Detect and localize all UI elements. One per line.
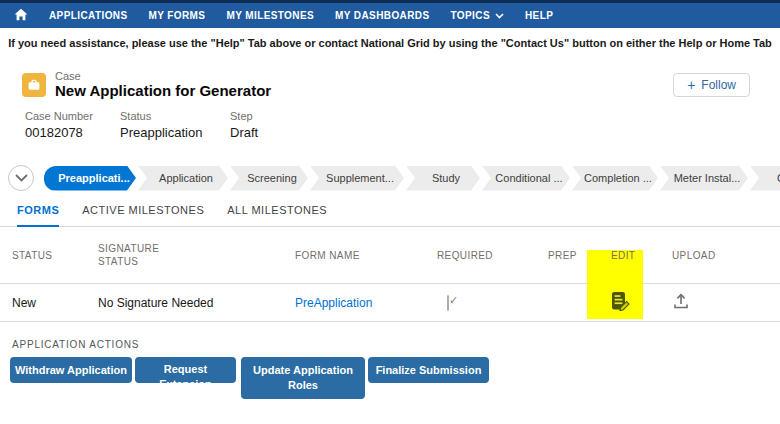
stage-preapplication[interactable]: Preapplicati... — [44, 166, 136, 191]
withdraw-application-button[interactable]: Withdraw Application — [10, 357, 132, 383]
application-actions: Withdraw Application Request Extension U… — [10, 357, 780, 399]
tab-forms[interactable]: FORMS — [17, 204, 59, 227]
case-icon — [22, 73, 46, 97]
stage-supplemental[interactable]: Supplement... — [310, 166, 404, 191]
case-titles: Case New Application for Generator — [55, 70, 271, 99]
stage-label: Study — [432, 172, 460, 184]
table-row: New No Signature Needed PreApplication — [0, 284, 780, 322]
tab-active-milestones[interactable]: ACTIVE MILESTONES — [82, 204, 204, 226]
required-checkbox[interactable] — [447, 295, 449, 311]
plus-icon: + — [687, 78, 695, 92]
column-header-required: REQUIRED — [437, 249, 548, 262]
stage-path: Preapplicati... Application Screening Su… — [0, 165, 780, 191]
update-application-roles-button[interactable]: Update Application Roles — [241, 357, 365, 399]
nav-item-my-forms[interactable]: MY FORMS — [149, 10, 206, 21]
field-value: 00182078 — [25, 125, 120, 140]
field-case-number: Case Number 00182078 — [25, 110, 120, 140]
follow-button[interactable]: + Follow — [673, 73, 750, 97]
stage-label: Completion ... — [584, 172, 652, 184]
path-collapse-button[interactable] — [8, 165, 34, 191]
nav-item-my-milestones[interactable]: MY MILESTONES — [226, 10, 314, 21]
cell-status: New — [12, 296, 98, 310]
edit-form-icon[interactable] — [611, 291, 630, 311]
entity-label: Case — [55, 70, 271, 82]
assistance-banner-text: If you need assistance, please use the "… — [8, 37, 772, 49]
field-label: Step — [230, 110, 258, 122]
stage-completion[interactable]: Completion ... — [572, 166, 658, 191]
stage-label: Conditional ... — [495, 172, 562, 184]
nav-label: MY FORMS — [149, 10, 206, 21]
nav-item-applications[interactable]: APPLICATIONS — [49, 10, 128, 21]
cell-signature-status: No Signature Needed — [98, 296, 295, 310]
tab-bar: FORMS ACTIVE MILESTONES ALL MILESTONES — [0, 204, 780, 227]
stage-application[interactable]: Application — [138, 166, 228, 191]
field-label: Status — [120, 110, 230, 122]
follow-button-label: Follow — [701, 78, 736, 92]
column-header-prep: PREP — [548, 249, 604, 262]
request-extension-button[interactable]: Request Extension — [135, 357, 236, 383]
tab-all-milestones[interactable]: ALL MILESTONES — [227, 204, 327, 226]
table-header-row: STATUS SIGNATURE STATUS FORM NAME REQUIR… — [0, 227, 780, 284]
nav-label: HELP — [525, 10, 553, 21]
stage-screening[interactable]: Screening — [230, 166, 308, 191]
field-value: Preapplication — [120, 125, 230, 140]
finalize-submission-button[interactable]: Finalize Submission — [368, 357, 489, 383]
column-header-status: STATUS — [12, 249, 98, 262]
nav-label: MY MILESTONES — [226, 10, 314, 21]
application-actions-heading: APPLICATION ACTIONS — [12, 339, 780, 350]
column-header-upload: UPLOAD — [672, 249, 780, 262]
stage-meter-install[interactable]: Meter Instal... — [660, 166, 748, 191]
cell-edit — [604, 291, 672, 314]
stage-label: Screening — [247, 172, 297, 184]
chevron-down-icon — [495, 10, 504, 21]
forms-table: STATUS SIGNATURE STATUS FORM NAME REQUIR… — [0, 227, 780, 322]
nav-item-my-dashboards[interactable]: MY DASHBOARDS — [335, 10, 429, 21]
home-tab[interactable] — [14, 7, 28, 25]
nav-item-help[interactable]: HELP — [525, 10, 553, 21]
field-label: Case Number — [25, 110, 120, 122]
stage-connected[interactable]: Connecte — [750, 166, 780, 191]
nav-label: APPLICATIONS — [49, 10, 128, 21]
path-stages: Preapplicati... Application Screening Su… — [44, 166, 780, 191]
column-header-signature-status: SIGNATURE STATUS — [98, 242, 170, 268]
stage-conditional[interactable]: Conditional ... — [482, 166, 570, 191]
nav-label: TOPICS — [451, 10, 490, 21]
stage-study[interactable]: Study — [406, 166, 480, 191]
nav-label: MY DASHBOARDS — [335, 10, 429, 21]
page-title: New Application for Generator — [55, 82, 271, 99]
stage-label: Application — [159, 172, 213, 184]
stage-label: Preapplicati... — [58, 172, 130, 184]
assistance-banner: If you need assistance, please use the "… — [0, 28, 780, 58]
column-header-form-name: FORM NAME — [295, 249, 437, 262]
cell-upload — [672, 292, 780, 313]
cell-required — [437, 296, 548, 310]
field-step: Step Draft — [230, 110, 258, 140]
field-status: Status Preapplication — [120, 110, 230, 140]
nav-item-topics[interactable]: TOPICS — [451, 10, 504, 21]
field-value: Draft — [230, 125, 258, 140]
case-header: Case New Application for Generator + Fol… — [0, 58, 780, 99]
upload-icon[interactable] — [672, 292, 690, 310]
column-header-edit: EDIT — [604, 249, 672, 262]
main-navbar: APPLICATIONS MY FORMS MY MILESTONES MY D… — [0, 3, 780, 28]
chevron-down-icon — [15, 174, 28, 182]
stage-label: Supplement... — [326, 172, 394, 184]
case-detail-fields: Case Number 00182078 Status Preapplicati… — [0, 110, 780, 140]
form-name-link[interactable]: PreApplication — [295, 296, 437, 310]
stage-label: Meter Instal... — [674, 172, 741, 184]
home-icon — [14, 7, 28, 25]
